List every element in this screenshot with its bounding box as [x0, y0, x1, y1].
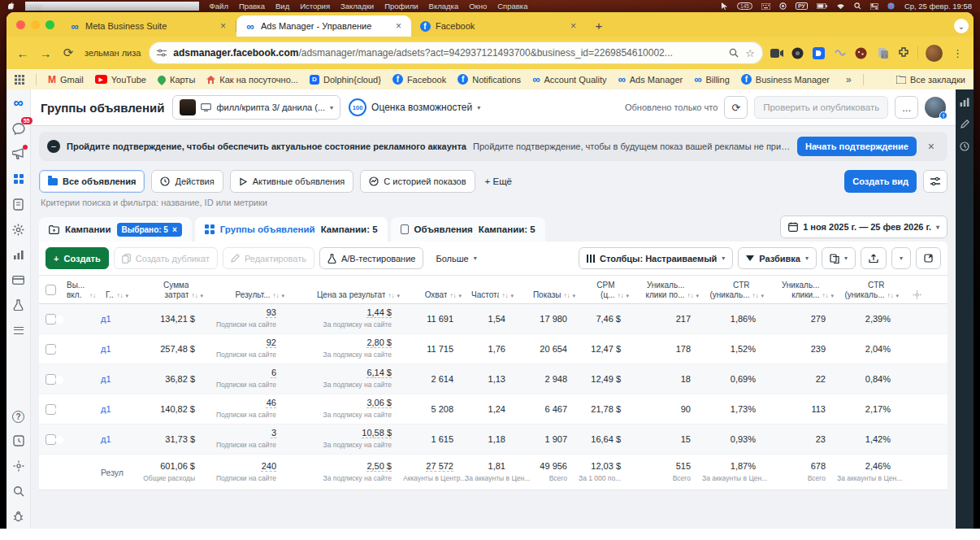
back-button[interactable]: ← — [15, 46, 31, 60]
tab-adsets[interactable]: Группы объявлений Кампании: 5 — [195, 217, 388, 242]
help-icon[interactable]: ? — [12, 411, 24, 423]
filter-delivery-history[interactable]: С историей показов — [360, 170, 475, 193]
menubar-app-name[interactable]: Anty — [25, 2, 199, 11]
spotlight-search-icon[interactable] — [854, 2, 861, 10]
billing-nav-icon[interactable] — [11, 272, 26, 287]
columns-button[interactable]: Столбцы: Настраиваемый▾ — [579, 247, 734, 269]
opportunity-score[interactable]: 100 Оценка возможностей ▾ — [349, 98, 480, 116]
account-selector[interactable]: филл/крипта 3/ данила (... ▾ — [172, 95, 340, 120]
table-row[interactable]: д1 257,48 $ 92Подписки на сайте 2,80 $За… — [39, 334, 947, 364]
record-status-icon[interactable] — [779, 2, 787, 10]
bookmark-gmail[interactable]: MGmail — [48, 74, 84, 85]
new-tab-button[interactable]: + — [589, 15, 609, 35]
window-controls[interactable] — [11, 12, 61, 37]
all-bookmarks-button[interactable]: Все закладки — [896, 75, 965, 85]
column-settings-icon[interactable] — [902, 276, 928, 303]
adset-name-link[interactable]: д1 — [99, 434, 132, 444]
search-filter-input[interactable]: Критерии поиска и фильтра: название, ID … — [31, 196, 956, 212]
extension-icon-blue[interactable] — [812, 46, 826, 60]
start-verification-button[interactable]: Начать подтверждение — [797, 137, 917, 156]
menu-profiles[interactable]: Профили — [384, 2, 418, 11]
pages-nav-icon[interactable] — [11, 197, 26, 211]
apple-logo-icon[interactable] — [8, 2, 15, 11]
expand-table-button[interactable] — [916, 247, 941, 269]
testing-nav-icon[interactable] — [11, 298, 26, 312]
recent-activity-icon[interactable] — [11, 433, 26, 448]
history-clock-icon[interactable] — [960, 142, 969, 151]
tab-ads-manager[interactable]: ∞ Ads Manager - Управление × — [236, 15, 411, 37]
create-button[interactable]: +Создать — [46, 247, 109, 269]
more-actions-button[interactable]: Больше▾ — [428, 247, 483, 269]
user-avatar[interactable]: f — [925, 97, 946, 118]
extensions-puzzle-icon[interactable] — [896, 46, 910, 60]
zoom-page-icon[interactable] — [729, 48, 739, 58]
camera-extension-icon[interactable] — [770, 46, 783, 60]
filter-actions[interactable]: Действия — [151, 170, 223, 193]
duplicate-button[interactable]: Создать дубликат — [114, 247, 218, 269]
bookmark-dolphin[interactable]: DDolphin{cloud} — [310, 75, 381, 85]
tab-campaigns[interactable]: Кампании Выбрано: 5× — [39, 217, 192, 242]
badge-close-icon[interactable]: × — [172, 225, 177, 234]
selected-count-badge[interactable]: Выбрано: 5× — [117, 223, 182, 237]
extension-icon-dark[interactable] — [791, 46, 804, 60]
menu-help[interactable]: Справка — [497, 2, 527, 11]
extension-icon-clipboard[interactable]: 0 — [875, 46, 889, 60]
bookmark-star-icon[interactable]: ☆ — [745, 47, 755, 59]
bookmark-ads-manager[interactable]: ∞Ads Manager — [618, 74, 683, 85]
select-all-checkbox[interactable] — [46, 285, 56, 295]
site-settings-icon[interactable] — [157, 48, 167, 58]
menu-edit[interactable]: Правка — [239, 2, 265, 11]
bookmark-business-manager[interactable]: fBusiness Manager — [741, 74, 830, 85]
extension-icon-gray[interactable] — [833, 46, 847, 60]
breakdown-button[interactable]: Разбивка▾ — [738, 247, 817, 269]
address-bar[interactable]: adsmanager.facebook.com/adsmanager/manag… — [149, 41, 763, 64]
menu-file[interactable]: Файл — [210, 2, 228, 11]
bookmarks-overflow-icon[interactable]: » — [846, 74, 852, 85]
refresh-button[interactable]: ⟳ — [724, 96, 748, 119]
input-language-badge[interactable]: РУ — [796, 2, 808, 10]
table-row[interactable]: д1 31,73 $ 3Подписки на сайте 10,58 $За … — [39, 425, 947, 455]
bookmark-notifications[interactable]: fNotifications — [457, 74, 521, 85]
keyboard-status-icon[interactable] — [761, 3, 770, 10]
tab-close-icon[interactable]: × — [569, 20, 578, 32]
menubar-clock[interactable]: Ср, 25 февр. 19:58 — [904, 2, 972, 11]
filter-active-ads[interactable]: Активные объявления — [230, 170, 354, 193]
tab-close-icon[interactable]: × — [219, 20, 228, 32]
edit-pencil-icon[interactable] — [960, 120, 969, 128]
search-icon[interactable] — [11, 484, 26, 499]
reports-nav-icon[interactable] — [11, 247, 26, 262]
control-center-icon[interactable] — [870, 3, 878, 10]
settings-nav-icon[interactable] — [11, 222, 26, 237]
tab-close-icon[interactable]: × — [394, 20, 403, 32]
menu-view[interactable]: Вид — [275, 2, 289, 11]
adset-name-link[interactable]: д1 — [99, 314, 132, 324]
filter-all-ads[interactable]: Все объявления — [39, 170, 145, 193]
performance-chart-icon[interactable] — [960, 98, 969, 107]
more-options-button[interactable]: ... — [895, 96, 918, 119]
adset-name-link[interactable]: д1 — [99, 374, 132, 384]
export-button[interactable] — [861, 247, 887, 269]
campaigns-nav-icon[interactable] — [11, 172, 26, 186]
menu-window[interactable]: Окно — [469, 2, 487, 11]
filter-more-button[interactable]: + Ещё — [485, 176, 512, 186]
preferences-gear-icon[interactable] — [11, 459, 26, 473]
bookmark-facebook[interactable]: fFacebook — [392, 74, 446, 85]
table-row[interactable]: д1 134,21 $ 93Подписки на сайте 1,44 $За… — [39, 304, 947, 334]
siri-icon[interactable] — [887, 2, 895, 10]
reports-button[interactable]: ▾ — [822, 247, 856, 269]
adset-name-link[interactable]: д1 — [99, 344, 132, 354]
browser-menu-icon[interactable]: ⋮ — [950, 47, 965, 59]
bookmark-maps[interactable]: Карты — [158, 75, 195, 85]
table-row[interactable]: д1 140,82 $ 46Подписки на сайте 3,06 $За… — [39, 394, 947, 425]
minimize-window-button[interactable] — [31, 20, 40, 29]
bookmark-daily-rent[interactable]: Как на посуточно... — [206, 75, 298, 85]
bug-report-icon[interactable] — [11, 509, 26, 524]
tab-facebook[interactable]: f Facebook × — [411, 15, 586, 37]
menu-bookmarks[interactable]: Закладки — [340, 2, 374, 11]
publish-button[interactable]: Проверить и опубликовать — [754, 96, 888, 119]
cursor-status-icon[interactable] — [721, 2, 728, 10]
menu-history[interactable]: История — [300, 2, 330, 11]
more-menu-icon[interactable] — [11, 323, 26, 338]
banner-close-icon[interactable]: × — [923, 140, 939, 153]
adset-name-link[interactable]: д1 — [99, 404, 132, 414]
